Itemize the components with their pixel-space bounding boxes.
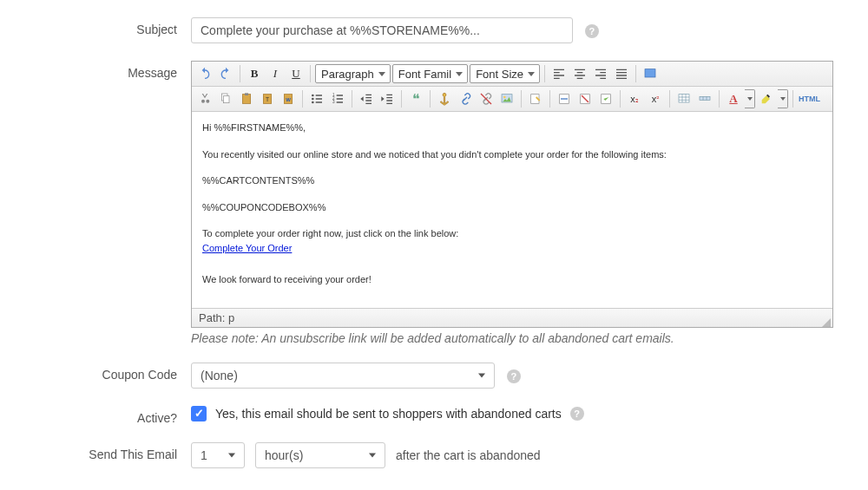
editor-line: To complete your order right now, just c…	[202, 226, 822, 255]
svg-rect-3	[242, 95, 250, 104]
align-justify-icon[interactable]	[612, 64, 631, 83]
svg-point-10	[312, 98, 314, 101]
editor-line: %%CARTCONTENTS%%	[202, 173, 822, 188]
font-color-dropdown-icon[interactable]	[745, 89, 755, 108]
align-left-icon[interactable]	[549, 64, 569, 83]
editor-line: We look forward to receiving your order!	[202, 272, 822, 287]
editor-path-bar: Path: p	[192, 308, 832, 327]
undo-icon[interactable]	[195, 64, 214, 83]
svg-point-9	[312, 95, 314, 97]
resize-handle-icon[interactable]	[822, 318, 831, 327]
send-unit-select[interactable]: hour(s)	[255, 442, 385, 468]
rich-text-editor: B I U Paragraph Font Famil Font Size	[191, 61, 833, 328]
paste-word-icon[interactable]: W	[279, 89, 298, 108]
cut-icon[interactable]	[195, 89, 214, 108]
numbered-list-icon[interactable]: 123	[328, 89, 347, 108]
html-source-icon[interactable]: HTML	[798, 89, 821, 108]
paragraph-select[interactable]: Paragraph	[315, 64, 391, 83]
svg-rect-23	[679, 95, 689, 102]
outdent-icon[interactable]	[357, 89, 376, 108]
message-row: Message B I U Paragraph Font Famil Font …	[35, 61, 833, 345]
send-after-text: after the cart is abandoned	[396, 448, 541, 462]
editor-toolbar-row-1: B I U Paragraph Font Famil Font Size	[192, 62, 832, 87]
active-text: Yes, this email should be sent to shoppe…	[215, 407, 562, 421]
coupon-select[interactable]: (None)	[191, 363, 495, 389]
svg-point-11	[312, 101, 314, 104]
coupon-row: Coupon Code (None) ?	[35, 363, 833, 389]
svg-text:3: 3	[332, 100, 335, 104]
active-label: Active?	[35, 406, 191, 425]
font-color-icon[interactable]: A	[724, 89, 743, 108]
blockquote-icon[interactable]: ❝	[406, 89, 425, 108]
copy-icon[interactable]	[216, 89, 235, 108]
editor-path-value[interactable]: p	[228, 311, 234, 324]
subscript-icon[interactable]: x₂	[625, 89, 644, 108]
insert-hr-icon[interactable]	[555, 89, 574, 108]
editor-line: You recently visited our online store an…	[202, 147, 822, 162]
paste-icon[interactable]	[237, 89, 256, 108]
send-label: Send This Email	[35, 442, 191, 461]
image-icon[interactable]	[497, 89, 516, 108]
background-color-icon[interactable]	[757, 89, 776, 108]
help-icon[interactable]: ?	[570, 407, 584, 421]
send-row: Send This Email 1 hour(s) after the cart…	[35, 442, 833, 468]
complete-order-link[interactable]: Complete Your Order	[202, 243, 292, 253]
editor-content[interactable]: Hi %%FIRSTNAME%%, You recently visited o…	[192, 112, 832, 308]
indent-icon[interactable]	[378, 89, 397, 108]
font-family-select[interactable]: Font Famil	[392, 64, 468, 83]
superscript-icon[interactable]: x²	[646, 89, 665, 108]
send-count-select[interactable]: 1	[191, 442, 245, 468]
italic-icon[interactable]: I	[266, 64, 285, 83]
svg-rect-28	[700, 96, 710, 100]
anchor-icon[interactable]	[435, 89, 454, 108]
redo-icon[interactable]	[216, 64, 235, 83]
unlink-icon[interactable]	[477, 89, 496, 108]
fullscreen-icon[interactable]	[641, 64, 660, 83]
message-label: Message	[35, 61, 191, 80]
svg-text:W: W	[286, 97, 291, 102]
editor-line: %%COUPONCODEBOX%%	[202, 200, 822, 215]
active-row: Active? ✓ Yes, this email should be sent…	[35, 406, 833, 425]
editor-line: Hi %%FIRSTNAME%%,	[202, 121, 822, 135]
table-icon[interactable]	[674, 89, 694, 108]
paste-text-icon[interactable]: T	[258, 89, 277, 108]
clean-icon[interactable]	[596, 89, 615, 108]
svg-point-16	[503, 96, 506, 99]
remove-format-icon[interactable]	[575, 89, 595, 108]
unsubscribe-note: Please note: An unsubscribe link will be…	[191, 331, 833, 345]
link-icon[interactable]	[456, 89, 475, 108]
coupon-label: Coupon Code	[35, 363, 191, 382]
background-color-dropdown-icon[interactable]	[778, 89, 788, 108]
svg-rect-0	[645, 69, 655, 77]
svg-text:T: T	[266, 96, 269, 102]
help-icon[interactable]: ?	[585, 24, 599, 38]
bold-icon[interactable]: B	[245, 64, 264, 83]
svg-rect-4	[245, 93, 248, 95]
subject-input[interactable]	[191, 17, 573, 43]
edit-icon[interactable]	[526, 89, 545, 108]
align-center-icon[interactable]	[570, 64, 589, 83]
table-row-icon[interactable]	[695, 89, 714, 108]
align-right-icon[interactable]	[591, 64, 610, 83]
subject-row: Subject ?	[35, 17, 833, 43]
underline-icon[interactable]: U	[286, 64, 306, 83]
editor-toolbar-row-2: T W 123 ❝	[192, 87, 832, 112]
subject-label: Subject	[35, 17, 191, 36]
help-icon[interactable]: ?	[507, 369, 521, 383]
bullet-list-icon[interactable]	[307, 89, 326, 108]
active-checkbox[interactable]: ✓	[191, 406, 207, 421]
font-size-select[interactable]: Font Size	[470, 64, 540, 83]
svg-rect-2	[223, 96, 229, 103]
